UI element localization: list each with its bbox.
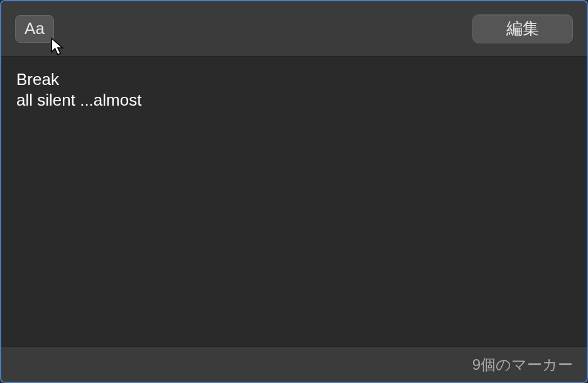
toolbar: Aa 編集 [1,1,587,57]
marker-count-text: 9個のマーカー [472,355,573,375]
content-line-1: Break [16,69,572,90]
content-line-2: all silent ...almost [16,90,572,111]
content-area: Break all silent ...almost [1,57,587,347]
font-style-button[interactable]: Aa [15,15,54,43]
edit-button[interactable]: 編集 [472,14,573,43]
status-bar: 9個のマーカー [1,347,587,382]
edit-button-label: 編集 [506,18,539,40]
font-style-label: Aa [24,19,45,38]
